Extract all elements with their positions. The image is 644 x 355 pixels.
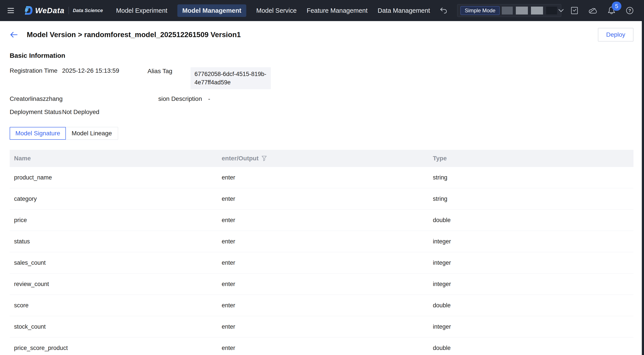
nav-item-data-management[interactable]: Data Management	[378, 5, 430, 17]
undo-icon[interactable]	[440, 7, 447, 14]
cell-type: string	[433, 174, 634, 181]
nav-item-feature-management[interactable]: Feature Management	[307, 5, 368, 17]
cell-name: price	[10, 217, 222, 224]
simple-mode-pill[interactable]: Simple Mode	[460, 6, 500, 15]
logo-divider	[68, 7, 69, 14]
cell-type: integer	[433, 259, 634, 266]
table-row: product_name enter string	[10, 167, 634, 188]
cell-type: integer	[433, 238, 634, 245]
page-header: Model Version > randomforest_model_20251…	[10, 28, 634, 42]
wedata-logo: WeData Data Science	[23, 5, 103, 16]
cell-io: enter	[222, 238, 433, 245]
tab-model-signature[interactable]: Model Signature	[10, 127, 66, 140]
cell-io: enter	[222, 196, 433, 202]
alias-tag-value: 67762058-6dcf-4515-819b-4e77ff4ad59e	[190, 67, 271, 89]
svg-text:?: ?	[628, 8, 631, 13]
version-description-label: sion Description	[158, 95, 202, 102]
cell-io: enter	[222, 259, 433, 266]
table-row: category enter string	[10, 188, 634, 210]
cell-type: string	[433, 196, 634, 202]
top-navbar: WeData Data Science Model Experiment Mod…	[0, 0, 644, 21]
creator-field: Creatorlinaszzhang	[10, 95, 158, 102]
alias-tag-label: Alias Tag	[148, 67, 190, 75]
column-header-name: Name	[10, 155, 222, 162]
table-row: review_count enter integer	[10, 273, 634, 295]
table-row: price_score_product enter double	[10, 337, 634, 355]
registration-time-label: Registration Time	[10, 67, 62, 74]
mode-block	[516, 7, 528, 15]
creator-label: Creator	[10, 95, 30, 102]
nav-item-model-service[interactable]: Model Service	[256, 5, 297, 17]
table-row: stock_count enter integer	[10, 316, 634, 337]
cell-io: enter	[222, 281, 433, 287]
deployment-status-value: Not Deployed	[62, 109, 100, 116]
cell-type: double	[433, 302, 634, 309]
cell-type: double	[433, 217, 634, 224]
chevron-down-icon[interactable]	[558, 9, 564, 12]
table-row: price enter double	[10, 210, 634, 231]
cell-name: review_count	[10, 281, 222, 287]
cell-name: status	[10, 238, 222, 245]
page-title: Model Version > randomforest_model_20251…	[27, 31, 241, 39]
wedata-logo-icon	[23, 5, 33, 16]
info-row-deployment-status: Deployment Status Not Deployed	[10, 109, 634, 116]
cell-type: double	[433, 345, 634, 351]
cell-io: enter	[222, 174, 433, 181]
basic-information: Registration Time 2025-12-26 15:13:59 Al…	[10, 67, 634, 116]
table-row: status enter integer	[10, 231, 634, 252]
tab-model-lineage[interactable]: Model Lineage	[66, 127, 118, 140]
detail-tabs: Model Signature Model Lineage	[10, 127, 634, 140]
version-description-value: -	[208, 95, 210, 102]
cell-type: integer	[433, 281, 634, 287]
registration-time-value: 2025-12-26 15:13:59	[62, 67, 148, 74]
cell-io: enter	[222, 302, 433, 309]
task-icon[interactable]	[571, 7, 578, 15]
mode-block	[502, 7, 513, 15]
cell-name: sales_count	[10, 259, 222, 266]
mode-selector[interactable]: Simple Mode	[457, 4, 561, 17]
filter-icon[interactable]	[262, 156, 267, 161]
cell-name: stock_count	[10, 323, 222, 330]
main-nav: Model Experiment Model Management Model …	[116, 5, 430, 17]
cell-io: enter	[222, 323, 433, 330]
cell-name: price_score_product	[10, 345, 222, 351]
mode-preview-blocks	[502, 7, 557, 15]
deployment-status-label: Deployment Status	[10, 109, 62, 116]
column-header-io: enter/Output	[222, 155, 433, 162]
model-signature-table: Name enter/Output Type product_name ente…	[10, 150, 634, 355]
cell-name: product_name	[10, 174, 222, 181]
table-header-row: Name enter/Output Type	[10, 150, 634, 167]
table-row: score enter double	[10, 295, 634, 316]
cell-io: enter	[222, 345, 433, 351]
mode-block	[531, 7, 543, 15]
table-row: sales_count enter integer	[10, 252, 634, 273]
cell-io: enter	[222, 217, 433, 224]
navbar-icon-group: 5 ?	[571, 6, 634, 15]
cell-name: score	[10, 302, 222, 309]
creator-value: linaszzhang	[30, 95, 62, 102]
basic-information-heading: Basic Information	[10, 52, 634, 59]
table-body: product_name enter string category enter…	[10, 167, 634, 355]
mode-block	[546, 7, 557, 15]
column-header-type: Type	[433, 155, 634, 162]
nav-item-model-experiment[interactable]: Model Experiment	[116, 5, 168, 17]
bell-icon[interactable]: 5	[608, 6, 615, 15]
main-content: Model Version > randomforest_model_20251…	[0, 28, 644, 355]
help-icon[interactable]: ?	[626, 7, 634, 15]
nav-item-model-management[interactable]: Model Management	[177, 5, 246, 17]
back-arrow-icon[interactable]	[10, 31, 18, 38]
info-row-creator: Creatorlinaszzhang sion Description -	[10, 95, 634, 102]
cell-name: category	[10, 196, 222, 202]
cloud-icon[interactable]	[588, 7, 597, 14]
right-edge-scrollbar[interactable]	[642, 0, 644, 355]
deploy-button[interactable]: Deploy	[598, 28, 634, 42]
notification-badge: 5	[612, 2, 622, 11]
cell-type: integer	[433, 323, 634, 330]
logo-text: WeData	[35, 6, 64, 15]
hamburger-menu-icon[interactable]	[8, 8, 14, 14]
logo-subtitle: Data Science	[73, 8, 103, 14]
info-row-registration: Registration Time 2025-12-26 15:13:59 Al…	[10, 67, 634, 89]
